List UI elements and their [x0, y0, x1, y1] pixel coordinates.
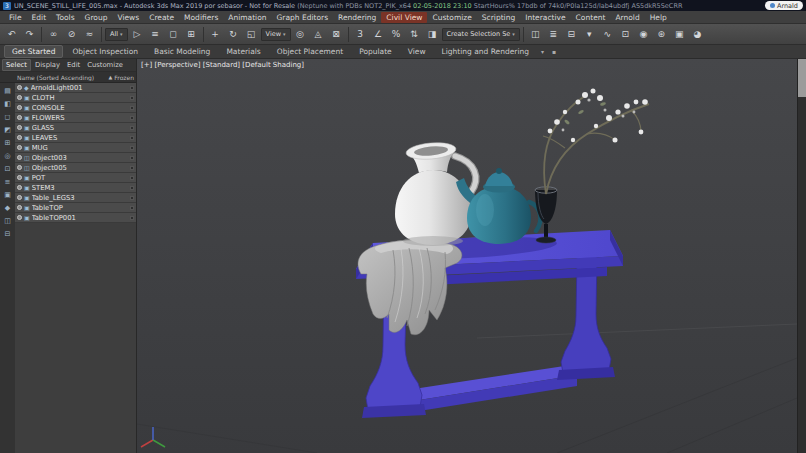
- frozen-toggle[interactable]: [130, 156, 134, 160]
- scene-object-row[interactable]: ▣ Table_LEGS3: [15, 193, 136, 203]
- select-invert-icon[interactable]: ◩: [2, 125, 13, 135]
- explorer-tab[interactable]: Customize: [84, 60, 126, 70]
- percent-snap-icon[interactable]: %: [388, 26, 405, 43]
- scene-object-row[interactable]: ◫ Object003: [15, 153, 136, 163]
- visibility-eye-icon[interactable]: [17, 145, 22, 150]
- ribbon-toggle-icon[interactable]: ▾: [581, 26, 598, 43]
- menu-item[interactable]: Help: [645, 12, 672, 23]
- visibility-eye-icon[interactable]: [17, 155, 22, 160]
- account-pill[interactable]: Arnald: [765, 1, 803, 10]
- select-and-rotate-icon[interactable]: ↻: [225, 26, 242, 43]
- frozen-toggle[interactable]: [130, 96, 134, 100]
- ribbon-panel-toggle-icon[interactable]: ▪: [549, 48, 559, 55]
- menu-item[interactable]: Graph Editors: [272, 12, 334, 23]
- scene-object-row[interactable]: ▣ FLOWERS: [15, 113, 136, 123]
- ribbon-tab[interactable]: Basic Modeling: [147, 46, 217, 57]
- explorer-header[interactable]: Name (Sorted Ascending) ▲ Frozen: [0, 72, 136, 83]
- scene-object-row[interactable]: ▣ TableTOP001: [15, 213, 136, 223]
- menu-item[interactable]: Scripting: [477, 12, 520, 23]
- unlink-selection-icon[interactable]: ⊘: [63, 26, 80, 43]
- sort-hierarchy-icon[interactable]: ≡: [2, 177, 13, 187]
- ribbon-tab[interactable]: View: [401, 46, 433, 57]
- frozen-toggle[interactable]: [130, 206, 134, 210]
- frozen-toggle[interactable]: [130, 116, 134, 120]
- visibility-eye-icon[interactable]: [17, 205, 22, 210]
- viewport-canvas[interactable]: [137, 59, 797, 453]
- frozen-toggle[interactable]: [130, 166, 134, 170]
- select-and-move-icon[interactable]: +: [207, 26, 224, 43]
- select-object-icon[interactable]: ▷: [129, 26, 146, 43]
- scene-object-row[interactable]: ▣ CONSOLE: [15, 103, 136, 113]
- ribbon-tab[interactable]: Populate: [352, 46, 399, 57]
- frozen-toggle[interactable]: [130, 196, 134, 200]
- visibility-eye-icon[interactable]: [17, 215, 22, 220]
- frozen-toggle[interactable]: [130, 216, 134, 220]
- redo-icon[interactable]: ↷: [21, 26, 38, 43]
- menu-item[interactable]: Tools: [51, 12, 79, 23]
- select-none-icon[interactable]: ◻: [2, 112, 13, 122]
- select-children-icon[interactable]: ⊞: [2, 138, 13, 148]
- visibility-eye-icon[interactable]: [17, 175, 22, 180]
- scene-object-row[interactable]: ◆ ArnoldLight001: [15, 83, 136, 93]
- name-column-header[interactable]: Name (Sorted Ascending): [17, 74, 106, 81]
- menu-item[interactable]: Views: [112, 12, 144, 23]
- select-all-icon[interactable]: ◧: [2, 99, 13, 109]
- frozen-toggle[interactable]: [130, 136, 134, 140]
- layer-manager-icon[interactable]: ⊟: [563, 26, 580, 43]
- ribbon-tab[interactable]: Lighting and Rendering: [435, 46, 537, 57]
- visibility-eye-icon[interactable]: [17, 85, 22, 90]
- menu-item[interactable]: File: [4, 12, 27, 23]
- selection-filter-dropdown[interactable]: All▾: [105, 28, 128, 41]
- ribbon-overflow-chevron-icon[interactable]: ▾: [538, 48, 547, 55]
- visibility-eye-icon[interactable]: [17, 135, 22, 140]
- menu-item[interactable]: Civil View: [381, 12, 427, 23]
- scene-object-row[interactable]: ▣ TableTOP: [15, 203, 136, 213]
- use-center-icon[interactable]: ◎: [292, 26, 309, 43]
- menu-item[interactable]: Interactive: [520, 12, 570, 23]
- ribbon-tab[interactable]: Get Started: [4, 45, 63, 58]
- pick-object-icon[interactable]: ▤: [2, 86, 13, 96]
- display-cameras-icon[interactable]: ◫: [2, 216, 13, 226]
- ribbon-tab[interactable]: Object Placement: [270, 46, 350, 57]
- menu-item[interactable]: Rendering: [333, 12, 381, 23]
- curve-editor-icon[interactable]: ∿: [599, 26, 616, 43]
- explorer-settings-icon[interactable]: ⊟: [2, 229, 13, 239]
- scene-object-row[interactable]: ▣ STEM3: [15, 183, 136, 193]
- mirror-icon[interactable]: ◫: [527, 26, 544, 43]
- menu-item[interactable]: Customize: [427, 12, 476, 23]
- menu-item[interactable]: Group: [80, 12, 113, 23]
- frozen-toggle[interactable]: [130, 86, 134, 90]
- viewport-label[interactable]: [+] [Perspective] [Standard] [Default Sh…: [141, 61, 304, 69]
- visibility-eye-icon[interactable]: [17, 105, 22, 110]
- menu-item[interactable]: Content: [571, 12, 611, 23]
- menu-item[interactable]: Modifiers: [179, 12, 223, 23]
- frozen-toggle[interactable]: [130, 146, 134, 150]
- ribbon-tab[interactable]: Materials: [219, 46, 267, 57]
- render-setup-icon[interactable]: ⊛: [653, 26, 670, 43]
- select-and-link-icon[interactable]: ∞: [45, 26, 62, 43]
- menu-item[interactable]: Create: [144, 12, 179, 23]
- render-production-icon[interactable]: ◕: [689, 26, 706, 43]
- find-icon[interactable]: ◎: [2, 151, 13, 161]
- explorer-tab[interactable]: Edit: [64, 60, 83, 70]
- menu-item[interactable]: Edit: [27, 12, 52, 23]
- reference-coordinate-dropdown[interactable]: View▾: [261, 28, 291, 41]
- scene-object-row[interactable]: ▣ POT: [15, 173, 136, 183]
- spinner-snap-icon[interactable]: ⇅: [406, 26, 423, 43]
- select-and-manipulate-icon[interactable]: ◬: [310, 26, 327, 43]
- frozen-column-header[interactable]: Frozen: [114, 74, 134, 81]
- explorer-tab[interactable]: Display: [32, 60, 63, 70]
- frozen-toggle[interactable]: [130, 126, 134, 130]
- undo-icon[interactable]: ↶: [3, 26, 20, 43]
- keyboard-override-icon[interactable]: ⊠: [328, 26, 345, 43]
- scene-object-row[interactable]: ◫ Object005: [15, 163, 136, 173]
- display-lights-icon[interactable]: ◆: [2, 203, 13, 213]
- viewport[interactable]: [+] [Perspective] [Standard] [Default Sh…: [137, 59, 797, 453]
- visibility-eye-icon[interactable]: [17, 165, 22, 170]
- angle-snap-icon[interactable]: ∠: [370, 26, 387, 43]
- frozen-toggle[interactable]: [130, 186, 134, 190]
- menu-item[interactable]: Animation: [223, 12, 271, 23]
- named-selection-sets-icon[interactable]: ◨: [424, 26, 441, 43]
- scene-object-row[interactable]: ▣ GLASS: [15, 123, 136, 133]
- rectangular-region-icon[interactable]: ◻: [165, 26, 182, 43]
